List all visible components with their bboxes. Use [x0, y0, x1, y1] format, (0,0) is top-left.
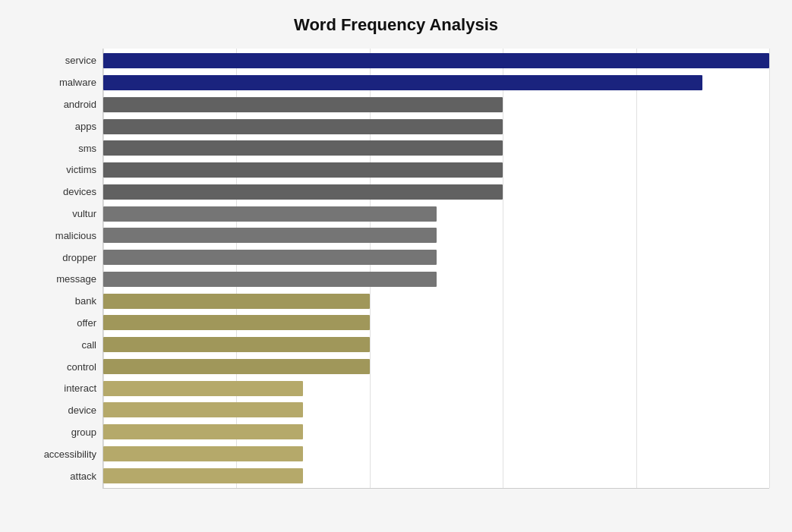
bar-control: [103, 359, 370, 374]
bar-dropper: [103, 250, 437, 265]
y-label-malicious: malicious: [55, 226, 96, 246]
y-label-call: call: [81, 335, 96, 355]
bar-message: [103, 272, 437, 287]
bar-row-interact: [103, 379, 769, 398]
bar-row-service: [103, 51, 769, 71]
y-label-interact: interact: [64, 379, 96, 398]
bar-row-group: [103, 422, 769, 442]
bar-row-sms: [103, 138, 769, 158]
y-label-sms: sms: [78, 139, 96, 159]
y-label-victims: victims: [66, 160, 96, 180]
bar-row-malicious: [103, 225, 769, 245]
y-label-vultur: vultur: [72, 204, 96, 224]
y-label-attack: attack: [70, 467, 96, 486]
bar-interact: [103, 381, 303, 396]
grid-line-10: [769, 49, 770, 488]
bar-row-devices: [103, 182, 769, 202]
chart-title: Word Frequency Analysis: [23, 15, 769, 35]
bar-bank: [103, 294, 370, 309]
y-label-bank: bank: [75, 291, 96, 311]
bar-call: [103, 337, 370, 352]
y-label-android: android: [64, 95, 96, 115]
bar-row-malware: [103, 73, 769, 93]
bar-victims: [103, 162, 503, 178]
chart-container: Word Frequency Analysis servicemalwarean…: [0, 0, 792, 532]
y-label-group: group: [71, 423, 96, 442]
bar-row-device: [103, 400, 769, 420]
bar-sms: [103, 140, 503, 156]
bars-container: [103, 49, 769, 488]
y-label-apps: apps: [75, 117, 96, 137]
bar-row-dropper: [103, 247, 769, 267]
bar-devices: [103, 184, 503, 200]
bars-and-grid: [103, 49, 769, 489]
y-axis: servicemalwareandroidappssmsvictimsdevic…: [23, 49, 103, 489]
bar-row-offer: [103, 313, 769, 332]
y-label-service: service: [65, 51, 96, 71]
bar-row-apps: [103, 117, 769, 137]
bar-vultur: [103, 206, 437, 222]
bar-row-victims: [103, 160, 769, 180]
bar-malicious: [103, 228, 437, 243]
chart-area: servicemalwareandroidappssmsvictimsdevic…: [23, 49, 769, 489]
bar-malware: [103, 75, 702, 90]
bar-row-message: [103, 269, 769, 289]
y-label-dropper: dropper: [62, 248, 96, 268]
y-label-accessibility: accessibility: [44, 445, 96, 464]
y-label-device: device: [68, 401, 96, 420]
bar-row-bank: [103, 291, 769, 311]
y-label-control: control: [67, 357, 96, 377]
bar-row-android: [103, 95, 769, 115]
bar-row-attack: [103, 466, 769, 486]
y-label-malware: malware: [59, 73, 96, 93]
bar-row-control: [103, 357, 769, 376]
bar-device: [103, 402, 303, 417]
bar-android: [103, 97, 503, 112]
bar-row-call: [103, 335, 769, 354]
bar-row-vultur: [103, 204, 769, 224]
bar-accessibility: [103, 446, 303, 461]
y-label-message: message: [56, 269, 96, 289]
bar-attack: [103, 468, 303, 483]
bar-apps: [103, 119, 503, 134]
bar-offer: [103, 315, 370, 330]
bar-group: [103, 424, 303, 439]
bar-row-accessibility: [103, 444, 769, 464]
y-label-offer: offer: [77, 313, 96, 333]
bar-service: [103, 53, 769, 68]
y-label-devices: devices: [63, 182, 96, 202]
